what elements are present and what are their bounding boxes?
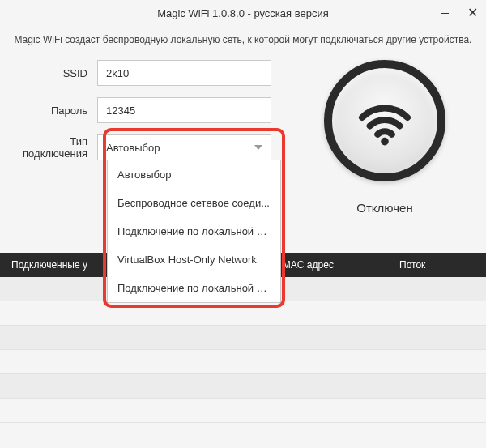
- password-input[interactable]: [97, 97, 271, 123]
- table-row: [0, 301, 486, 326]
- table-row: [0, 350, 486, 374]
- titlebar: Magic WiFi 1.0.8.0 - русская версия ✕: [0, 0, 486, 26]
- connection-type-select[interactable]: Автовыбор: [97, 134, 271, 160]
- dropdown-item[interactable]: VirtualBox Host-Only Network: [108, 245, 280, 274]
- wifi-icon: [324, 60, 446, 181]
- connection-type-label: Тип подключения: [8, 135, 97, 160]
- chevron-down-icon: [254, 145, 262, 150]
- connection-type-row: Тип подключения Автовыбор: [8, 134, 292, 160]
- window-title: Magic WiFi 1.0.8.0 - русская версия: [157, 7, 329, 19]
- connection-status: Отключен: [356, 201, 412, 215]
- close-button[interactable]: ✕: [458, 0, 486, 26]
- password-label: Пароль: [8, 105, 97, 117]
- form-panel: SSID Пароль Тип подключения Автовыбор Ав…: [8, 60, 292, 245]
- dropdown-item[interactable]: Подключение по локальной с...: [108, 217, 280, 245]
- table-row: [0, 374, 486, 399]
- table-row: [0, 326, 486, 350]
- app-description: Magic WiFi создаст беспроводную локальну…: [0, 26, 486, 60]
- col-flow: Поток: [388, 259, 486, 271]
- ssid-label: SSID: [8, 67, 97, 79]
- minimize-button[interactable]: [431, 0, 458, 26]
- main-area: SSID Пароль Тип подключения Автовыбор Ав…: [0, 60, 486, 245]
- dropdown-item[interactable]: Автовыбор: [108, 160, 280, 189]
- wifi-signal-icon: [352, 88, 417, 153]
- table-row: [0, 399, 486, 423]
- window-controls: ✕: [431, 0, 486, 26]
- ssid-row: SSID: [8, 60, 292, 86]
- col-mac: MAC адрес: [271, 259, 388, 271]
- svg-point-0: [381, 138, 389, 146]
- dropdown-item[interactable]: Беспроводное сетевое соеди...: [108, 189, 280, 217]
- dropdown-item[interactable]: Подключение по локальной с...: [108, 274, 280, 302]
- ssid-input[interactable]: [97, 60, 271, 86]
- password-row: Пароль: [8, 97, 292, 123]
- connection-type-selected: Автовыбор: [106, 142, 160, 154]
- connection-type-dropdown: Автовыбор Беспроводное сетевое соеди... …: [107, 160, 281, 303]
- status-panel: Отключен: [292, 60, 478, 245]
